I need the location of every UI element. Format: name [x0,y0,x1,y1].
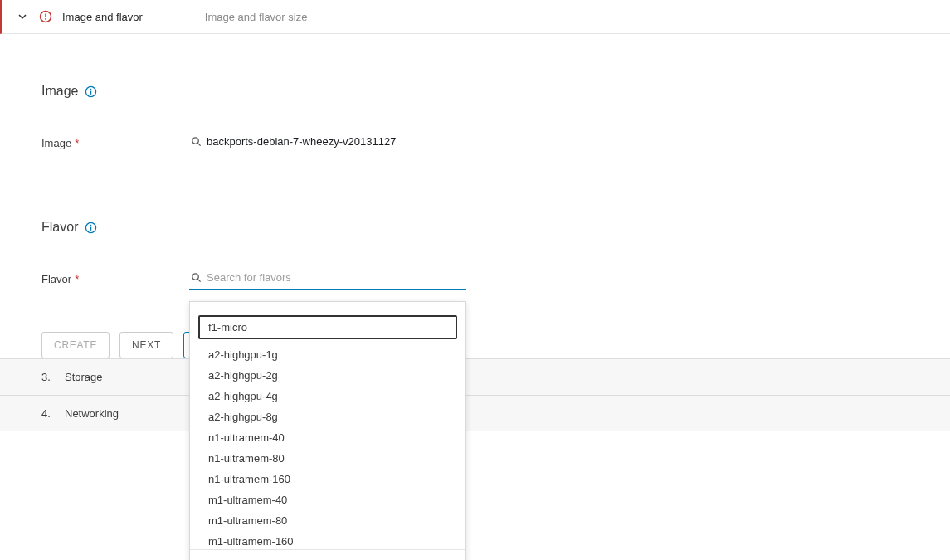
flavor-field-label: Flavor* [41,273,189,285]
search-icon [191,136,202,147]
content-area: Image Image* backports-debian-7-wheezy-v… [0,34,950,358]
svg-point-6 [192,138,198,144]
step-number: 4. [41,407,65,420]
flavor-option[interactable]: n1-ultramem-80 [190,448,465,469]
alert-circle-icon [39,10,52,23]
required-marker: * [75,137,79,149]
info-icon[interactable] [85,222,97,234]
flavor-option[interactable]: a2-highgpu-1g [190,344,465,365]
step-label: Networking [65,407,119,420]
flavor-search-field[interactable] [189,268,466,290]
flavor-option[interactable]: m1-ultramem-80 [190,510,465,531]
info-icon[interactable] [85,85,97,98]
svg-line-7 [197,143,200,145]
flavor-dropdown-list[interactable]: f1-micro a2-highgpu-1g a2-highgpu-2g a2-… [190,302,465,549]
svg-point-9 [90,224,92,226]
step-label: Storage [65,371,103,383]
flavor-dropdown[interactable]: f1-micro a2-highgpu-1g a2-highgpu-2g a2-… [189,301,466,560]
flavor-search-input[interactable] [207,271,465,284]
flavor-option[interactable]: m1-ultramem-40 [190,489,465,510]
flavor-option[interactable]: n1-ultramem-160 [190,469,465,489]
create-button: CREATE [41,332,110,358]
flavor-option[interactable]: m1-ultramem-160 [190,531,465,549]
flavor-option[interactable]: a2-highgpu-2g [190,365,465,386]
header-title: Image and flavor [62,11,143,23]
image-search-field[interactable]: backports-debian-7-wheezy-v20131127 [189,132,466,153]
flavor-field-row: Flavor* [41,268,950,290]
section-header[interactable]: Image and flavor Image and flavor size [0,0,950,34]
next-button[interactable]: NEXT [119,332,173,358]
flavor-option[interactable]: a2-highgpu-8g [190,407,465,427]
header-subtitle: Image and flavor size [205,11,308,23]
image-group-label: Image [41,84,78,99]
step-networking[interactable]: 4. Networking [0,395,950,431]
flavor-option[interactable]: f1-micro [198,315,457,339]
required-marker: * [75,273,79,285]
image-field-row: Image* backports-debian-7-wheezy-v201311… [41,132,950,153]
svg-line-12 [197,279,200,281]
step-storage[interactable]: 3. Storage [0,358,950,395]
step-number: 3. [41,371,65,383]
flavor-option[interactable]: n1-ultramem-40 [190,427,465,448]
svg-point-4 [90,88,92,90]
chevron-down-icon[interactable] [17,12,27,22]
buttons-row: CREATE NEXT C [41,332,950,358]
image-group-title: Image [41,84,950,99]
image-field-label: Image* [41,137,189,149]
dropdown-footer: Showing 113 of 113 results. Show all... [190,549,465,560]
svg-point-11 [192,274,198,280]
svg-point-2 [45,18,46,20]
flavor-group-label: Flavor [41,220,78,235]
flavor-group-title: Flavor [41,220,950,235]
search-icon [191,272,202,283]
image-field-value: backports-debian-7-wheezy-v20131127 [207,135,396,148]
flavor-option[interactable]: a2-highgpu-4g [190,386,465,407]
